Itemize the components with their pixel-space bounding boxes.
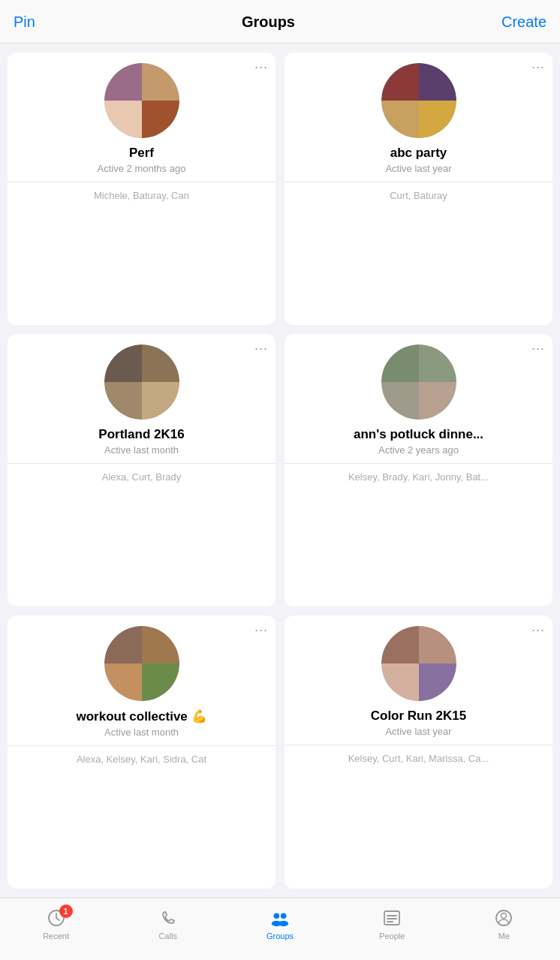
card-top: ··· workout collective 💪 Active last mon…	[8, 615, 275, 746]
tab-icon-calls	[158, 907, 179, 928]
create-button[interactable]: Create	[501, 14, 546, 31]
svg-line-2	[56, 918, 59, 920]
group-members: Kelsey, Curt, Kari, Marissa, Ca...	[294, 753, 543, 764]
tab-icon-groups	[269, 907, 291, 928]
group-members: Kelsey, Brady, Kari, Jonny, Bat...	[294, 471, 543, 483]
header: Pin Groups Create	[0, 0, 560, 44]
card-top: ··· abc party Active last year	[285, 53, 552, 182]
group-avatar	[104, 63, 179, 138]
card-top: ··· Color Run 2K15 Active last year	[285, 615, 552, 745]
tab-bar: 1 Recent Calls Groups People	[0, 898, 560, 960]
page-title: Groups	[242, 14, 295, 31]
card-bottom: Curt, Baturay	[285, 182, 552, 209]
group-active: Active last year	[385, 163, 451, 174]
group-active: Active 2 months ago	[98, 163, 186, 174]
group-name: workout collective 💪	[76, 709, 206, 724]
more-button[interactable]: ···	[254, 623, 268, 636]
tab-groups[interactable]: Groups	[224, 907, 336, 940]
more-button[interactable]: ···	[531, 623, 545, 636]
svg-point-3	[274, 913, 279, 918]
tab-calls[interactable]: Calls	[112, 907, 224, 940]
more-button[interactable]: ···	[531, 342, 545, 355]
group-name: ann's potluck dinne...	[354, 427, 483, 442]
group-name: abc party	[390, 146, 447, 161]
group-name: Portland 2K16	[98, 427, 184, 442]
card-top: ··· Portland 2K16 Active last month	[8, 334, 275, 464]
tab-people[interactable]: People	[336, 907, 448, 940]
svg-point-6	[278, 921, 288, 926]
group-card-anns-potluck[interactable]: ··· ann's potluck dinne... Active 2 year…	[285, 334, 552, 606]
card-bottom: Michele, Baturay, Can	[8, 182, 275, 209]
group-avatar	[104, 345, 179, 420]
group-name: Color Run 2K15	[371, 709, 467, 724]
svg-point-12	[501, 913, 507, 919]
group-avatar	[381, 345, 456, 420]
tab-label-groups: Groups	[266, 931, 294, 940]
svg-point-4	[281, 913, 286, 918]
group-members: Alexa, Kelsey, Kari, Sidra, Cat	[17, 754, 266, 765]
card-bottom: Kelsey, Brady, Kari, Jonny, Bat...	[285, 464, 552, 490]
tab-icon-people	[381, 907, 402, 928]
pin-button[interactable]: Pin	[14, 14, 35, 31]
group-name: Perf	[129, 146, 154, 161]
card-top: ··· Perf Active 2 months ago	[8, 53, 275, 182]
more-button[interactable]: ···	[531, 60, 545, 74]
svg-rect-7	[384, 911, 399, 925]
tab-badge: 1	[59, 904, 73, 918]
group-card-perf[interactable]: ··· Perf Active 2 months ago Michele, Ba…	[8, 53, 275, 325]
group-members: Curt, Baturay	[294, 190, 543, 201]
group-avatar	[381, 626, 456, 701]
group-active: Active last month	[104, 444, 179, 456]
group-card-color-run-2k15[interactable]: ··· Color Run 2K15 Active last year Kels…	[285, 615, 552, 889]
more-button[interactable]: ···	[254, 60, 268, 74]
more-button[interactable]: ···	[254, 342, 268, 355]
tab-label-calls: Calls	[159, 931, 177, 940]
tab-label-recent: Recent	[43, 931, 69, 940]
card-top: ··· ann's potluck dinne... Active 2 year…	[285, 334, 552, 464]
group-card-portland-2k16[interactable]: ··· Portland 2K16 Active last month Alex…	[8, 334, 275, 606]
groups-grid: ··· Perf Active 2 months ago Michele, Ba…	[0, 44, 560, 898]
card-bottom: Alexa, Curt, Brady	[8, 464, 275, 490]
group-avatar	[381, 63, 456, 138]
tab-label-people: People	[379, 931, 405, 940]
card-bottom: Alexa, Kelsey, Kari, Sidra, Cat	[8, 746, 275, 772]
group-avatar	[104, 626, 179, 701]
group-active: Active 2 years ago	[378, 444, 459, 456]
tab-icon-recent: 1	[46, 907, 67, 928]
card-bottom: Kelsey, Curt, Kari, Marissa, Ca...	[285, 745, 552, 772]
tab-recent[interactable]: 1 Recent	[0, 907, 112, 940]
group-active: Active last month	[104, 727, 179, 738]
tab-label-me: Me	[498, 931, 510, 940]
group-members: Michele, Baturay, Can	[17, 190, 266, 201]
group-members: Alexa, Curt, Brady	[17, 471, 266, 483]
group-card-workout-collective[interactable]: ··· workout collective 💪 Active last mon…	[8, 615, 275, 889]
group-card-abc-party[interactable]: ··· abc party Active last year Curt, Bat…	[285, 53, 552, 325]
group-active: Active last year	[385, 726, 451, 737]
tab-icon-me	[493, 907, 514, 928]
tab-me[interactable]: Me	[448, 907, 560, 940]
